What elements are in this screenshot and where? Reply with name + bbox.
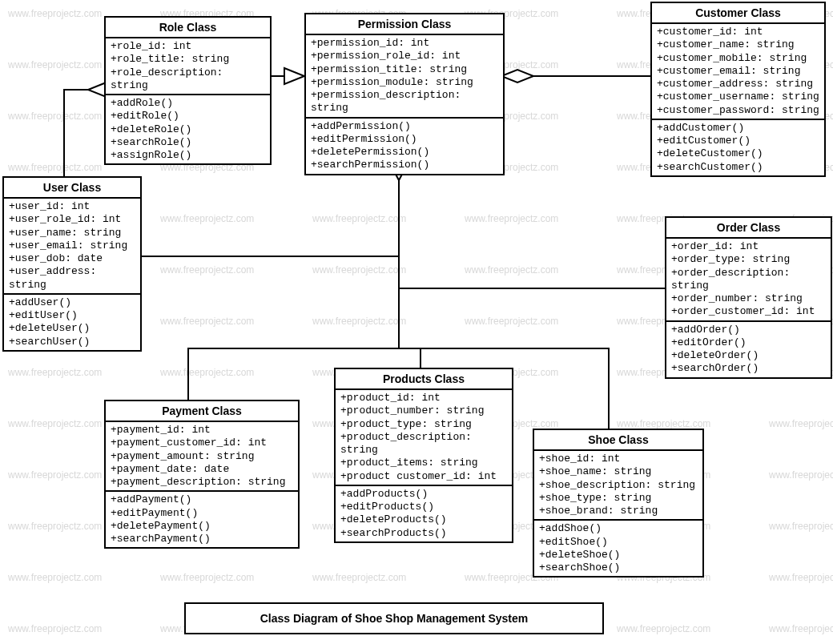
class-shoe: Shoe Class +shoe_id: int+shoe_name: stri… <box>533 429 704 578</box>
class-ops: +addProducts()+editProducts()+deleteProd… <box>336 486 512 541</box>
class-order: Order Class +order_id: int+order_type: s… <box>665 216 832 379</box>
class-attrs: +payment_id: int+payment_customer_id: in… <box>106 422 298 492</box>
class-title: Products Class <box>336 369 512 390</box>
class-title: Role Class <box>106 18 270 38</box>
class-permission: Permission Class +permission_id: int+per… <box>304 13 505 175</box>
class-attrs: +user_id: int+user_role_id: int+user_nam… <box>4 199 140 295</box>
class-title: Order Class <box>666 218 831 239</box>
class-title: User Class <box>4 178 140 199</box>
class-title: Permission Class <box>306 14 503 35</box>
class-ops: +addUser()+editUser()+deleteUser()+searc… <box>4 295 140 350</box>
class-attrs: +shoe_id: int+shoe_name: string+shoe_des… <box>534 451 702 521</box>
class-user: User Class +user_id: int+user_role_id: i… <box>2 176 142 352</box>
class-attrs: +permission_id: int+permission_role_id: … <box>306 35 503 119</box>
class-payment: Payment Class +payment_id: int+payment_c… <box>104 400 300 549</box>
class-ops: +addPayment()+editPayment()+deletePaymen… <box>106 492 298 547</box>
class-title: Shoe Class <box>534 430 702 451</box>
class-attrs: +order_id: int+order_type: string+order_… <box>666 239 831 322</box>
class-ops: +addRole()+editRole()+deleteRole()+searc… <box>106 95 270 163</box>
diagram-caption: Class Diagram of Shoe Shop Management Sy… <box>184 602 604 634</box>
class-ops: +addOrder()+editOrder()+deleteOrder()+se… <box>666 322 831 377</box>
class-attrs: +product_id: int+product_number: string+… <box>336 390 512 486</box>
class-title: Payment Class <box>106 401 298 422</box>
class-ops: +addCustomer()+editCustomer()+deleteCust… <box>652 120 824 175</box>
class-products: Products Class +product_id: int+product_… <box>334 368 513 543</box>
class-attrs: +customer_id: int+customer_name: string+… <box>652 24 824 120</box>
class-role: Role Class +role_id: int+role_title: str… <box>104 16 272 165</box>
class-title: Customer Class <box>652 3 824 24</box>
class-ops: +addPermission()+editPermission()+delete… <box>306 119 503 174</box>
class-ops: +addShoe()+editShoe()+deleteShoe()+searc… <box>534 521 702 576</box>
class-attrs: +role_id: int+role_title: string+role_de… <box>106 38 270 95</box>
class-customer: Customer Class +customer_id: int+custome… <box>650 2 826 177</box>
